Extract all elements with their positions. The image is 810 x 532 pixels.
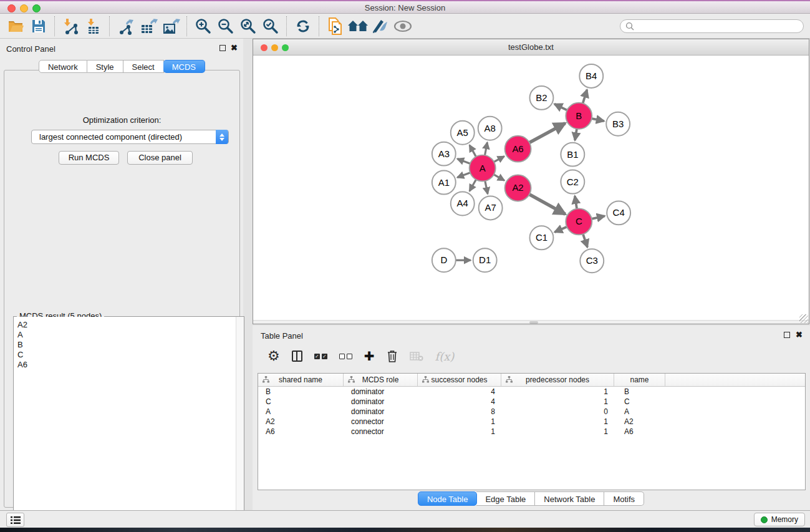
graph-edge-C-C2[interactable] <box>575 196 577 209</box>
graph-edge-B-B3[interactable] <box>591 118 604 121</box>
column-chooser-icon[interactable] <box>292 348 302 364</box>
graph-edge-A6-B[interactable] <box>529 123 565 143</box>
table-float-panel-icon[interactable] <box>784 332 790 338</box>
export-network-icon[interactable] <box>115 16 137 37</box>
graph-edge-B-B1[interactable] <box>575 128 577 140</box>
table-tab-edge-table[interactable]: Edge Table <box>476 491 535 506</box>
home-layout-icon[interactable] <box>347 16 369 37</box>
memory-button[interactable]: Memory <box>754 513 805 526</box>
export-table-icon[interactable] <box>137 16 160 37</box>
zoom-out-icon[interactable] <box>215 16 237 37</box>
import-table-icon[interactable] <box>82 16 105 37</box>
node-table[interactable]: shared nameMCDS rolesuccessor nodesprede… <box>258 373 806 490</box>
graph-node-A5[interactable]: A5 <box>451 121 475 145</box>
import-network-icon[interactable] <box>60 16 82 37</box>
delete-column-trash-icon[interactable] <box>387 348 398 364</box>
graph-node-B[interactable]: B <box>566 103 592 129</box>
tab-style[interactable]: Style <box>87 60 123 73</box>
optimization-criterion-dropdown[interactable]: largest connected component (directed) <box>31 130 229 144</box>
hide-graphics-icon[interactable] <box>369 16 392 37</box>
table-row[interactable]: Cdominator41C <box>258 397 805 407</box>
graph-edge-C-C4[interactable] <box>591 216 605 219</box>
open-folder-icon[interactable] <box>5 16 27 37</box>
resize-grip-icon[interactable] <box>799 314 808 323</box>
table-settings-gear-icon[interactable]: ⚙ <box>268 348 280 364</box>
column-header-MCDS-role[interactable]: MCDS role <box>344 374 418 386</box>
column-header-predecessor-nodes[interactable]: predecessor nodes <box>501 374 614 386</box>
graph-node-B4[interactable]: B4 <box>579 64 603 88</box>
tab-network[interactable]: Network <box>39 60 87 73</box>
graph-edge-A-A6[interactable] <box>493 157 504 162</box>
clone-network-icon[interactable] <box>324 16 347 37</box>
graph-node-A4[interactable]: A4 <box>451 191 475 215</box>
graph-node-C4[interactable]: C4 <box>607 201 630 225</box>
refresh-icon[interactable] <box>292 16 314 37</box>
mcds-result-item[interactable]: A <box>17 330 236 340</box>
float-panel-icon[interactable] <box>219 45 226 51</box>
network-canvas[interactable]: B4B2BB3A8A5A6B1A3AC2A1A2A4A7C4CC1C3DD1 <box>254 56 808 320</box>
graph-edge-B-B4[interactable] <box>582 90 587 104</box>
deselect-all-columns-icon[interactable] <box>339 348 352 364</box>
column-header-successor-nodes[interactable]: successor nodes <box>418 374 501 386</box>
graph-node-A1[interactable]: A1 <box>432 171 456 195</box>
graph-node-B2[interactable]: B2 <box>530 86 554 110</box>
column-header-name[interactable]: name <box>614 374 665 386</box>
graph-node-A[interactable]: A <box>470 155 496 181</box>
network-hscrollbar[interactable] <box>253 320 809 324</box>
graph-edge-A-A7[interactable] <box>485 180 488 194</box>
graph-edge-C-C1[interactable] <box>555 226 567 232</box>
close-panel-icon[interactable]: ✖ <box>231 45 238 51</box>
table-row[interactable]: A2connector11A2 <box>258 417 805 427</box>
select-all-columns-icon[interactable]: ✓✓ <box>314 348 327 364</box>
table-close-panel-icon[interactable]: ✖ <box>796 332 803 338</box>
graph-edge-A-A2[interactable] <box>493 174 504 180</box>
graph-edge-B-B2[interactable] <box>554 104 567 110</box>
graph-edge-A-A1[interactable] <box>457 173 471 178</box>
graph-node-A8[interactable]: A8 <box>478 117 502 140</box>
table-tab-node-table[interactable]: Node Table <box>418 491 478 506</box>
mcds-result-item[interactable]: A2 <box>17 320 236 330</box>
graph-node-C1[interactable]: C1 <box>530 226 554 249</box>
table-row[interactable]: Bdominator41B <box>258 387 805 397</box>
graph-edge-A-A3[interactable] <box>457 159 471 164</box>
zoom-selected-icon[interactable] <box>259 16 282 37</box>
table-tab-motifs[interactable]: Motifs <box>604 491 644 506</box>
graph-node-A6[interactable]: A6 <box>505 136 531 162</box>
graph-node-B1[interactable]: B1 <box>561 143 584 167</box>
run-mcds-button[interactable]: Run MCDS <box>59 151 119 165</box>
table-tab-network-table[interactable]: Network Table <box>535 491 604 506</box>
graph-node-D[interactable]: D <box>432 248 456 272</box>
mcds-result-scrollbar[interactable] <box>236 317 244 532</box>
dropdown-stepper-icon[interactable] <box>216 130 228 144</box>
show-panel-eye-icon[interactable] <box>392 16 414 37</box>
graph-node-C[interactable]: C <box>566 208 592 235</box>
graph-node-C2[interactable]: C2 <box>561 170 584 194</box>
task-history-button[interactable] <box>6 513 24 527</box>
graph-node-C3[interactable]: C3 <box>580 249 604 273</box>
graph-node-A7[interactable]: A7 <box>479 196 503 220</box>
graph-node-B3[interactable]: B3 <box>606 112 630 136</box>
mcds-result-list[interactable]: A2ABCA6 <box>14 317 236 532</box>
graph-node-A3[interactable]: A3 <box>432 142 456 166</box>
close-panel-button[interactable]: Close panel <box>127 151 193 165</box>
search-field[interactable] <box>620 19 804 33</box>
zoom-in-icon[interactable] <box>192 16 215 37</box>
table-row[interactable]: Adominator80A <box>258 407 805 417</box>
network-window-titlebar[interactable]: testGlobe.txt <box>253 39 809 56</box>
tab-mcds[interactable]: MCDS <box>163 60 205 73</box>
add-column-icon[interactable]: ✚ <box>364 348 375 364</box>
zoom-fit-icon[interactable] <box>237 16 259 37</box>
mcds-result-item[interactable]: B <box>17 340 236 350</box>
column-header-shared-name[interactable]: shared name <box>258 374 344 386</box>
save-session-icon[interactable] <box>27 16 50 37</box>
table-row[interactable]: A6connector11A6 <box>258 427 805 437</box>
graph-edge-A-A8[interactable] <box>485 142 487 156</box>
export-image-icon[interactable] <box>160 16 182 37</box>
search-input[interactable] <box>638 21 798 31</box>
graph-edge-A-A5[interactable] <box>470 145 476 157</box>
tab-select[interactable]: Select <box>123 60 164 73</box>
mcds-result-item[interactable]: C <box>17 350 236 360</box>
graph-edge-A-A4[interactable] <box>470 179 476 191</box>
graph-node-A2[interactable]: A2 <box>505 175 531 201</box>
graph-node-D1[interactable]: D1 <box>473 248 497 272</box>
